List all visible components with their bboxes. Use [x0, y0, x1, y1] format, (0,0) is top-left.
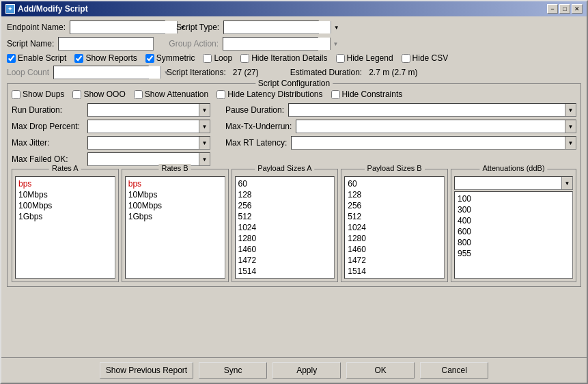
minimize-button[interactable]: − — [547, 4, 558, 14]
hide-constraints-checkbox[interactable] — [331, 90, 340, 99]
show-dups-checkbox[interactable] — [12, 90, 20, 99]
list-item[interactable]: 60 — [346, 178, 443, 189]
rates-a-listbox[interactable]: bps10Mbps100Mbps1Gbps — [15, 176, 115, 279]
list-item[interactable]: bps — [17, 178, 113, 189]
endpoint-combo[interactable]: scr-test-1-A — [70, 20, 165, 34]
max-tx-input[interactable]: 10% (10%) — [296, 120, 565, 133]
list-item[interactable]: 256 — [237, 200, 333, 211]
payload-a-listbox[interactable]: 6012825651210241280146014721514 — [235, 176, 335, 279]
rates-b-listbox[interactable]: bps10Mbps100Mbps1Gbps — [125, 176, 225, 279]
check-hide-iter[interactable]: Hide Iteration Details — [240, 53, 327, 63]
list-item[interactable]: 300 — [456, 204, 571, 215]
list-item[interactable]: 512 — [237, 211, 333, 222]
attn-listbox[interactable]: 100300400600800955 — [454, 191, 573, 279]
maximize-button[interactable]: □ — [559, 4, 570, 14]
list-item[interactable]: 100Mbps — [17, 200, 113, 211]
max-drop-dropdown-btn[interactable] — [199, 120, 210, 133]
payload-b-listbox[interactable]: 6012825651210241280146014721514 — [344, 176, 445, 279]
check-hide-legend[interactable]: Hide Legend — [336, 53, 393, 63]
list-item[interactable]: 1280 — [346, 233, 443, 244]
max-rt-dropdown-btn[interactable] — [565, 137, 576, 149]
check-hide-constraints[interactable]: Hide Constraints — [331, 90, 403, 99]
check-show-dups[interactable]: Show Dups — [12, 90, 64, 99]
hide-iter-checkbox[interactable] — [240, 54, 249, 63]
hide-legend-checkbox[interactable] — [336, 54, 345, 63]
show-reports-checkbox[interactable] — [74, 54, 83, 63]
list-item[interactable]: 100 — [456, 193, 571, 204]
list-item[interactable]: 1280 — [237, 233, 333, 244]
max-drop-input[interactable]: 5% (5%) — [88, 120, 199, 133]
check-hide-csv[interactable]: Hide CSV — [402, 53, 449, 63]
check-hide-latency[interactable]: Hide Latency Distributions — [216, 90, 322, 99]
list-item[interactable]: 600 — [456, 226, 571, 237]
list-item[interactable]: 1460 — [346, 244, 443, 255]
run-duration-dropdown-btn[interactable] — [199, 104, 210, 116]
check-symmetric[interactable]: Symmetric — [145, 53, 195, 63]
show-prev-report-button[interactable]: Show Previous Report — [100, 362, 193, 379]
pause-duration-input[interactable]: 1 s (1 s) — [289, 104, 565, 116]
max-tx-dropdown-btn[interactable] — [565, 120, 576, 133]
ok-button[interactable]: OK — [346, 362, 415, 379]
list-item[interactable]: 1024 — [237, 222, 333, 233]
list-item[interactable]: 10Mbps — [127, 189, 223, 200]
max-drop-combo[interactable]: 5% (5%) — [87, 120, 210, 133]
max-jitter-combo[interactable]: high (100 ms) — [87, 136, 210, 150]
list-item[interactable]: 10Mbps — [17, 189, 113, 200]
show-attn-checkbox[interactable] — [134, 90, 143, 99]
list-item[interactable]: 1514 — [237, 266, 333, 277]
list-item[interactable]: 1472 — [237, 255, 333, 266]
hide-latency-checkbox[interactable] — [216, 90, 225, 99]
hide-csv-checkbox[interactable] — [402, 54, 410, 63]
attn-none-dropdown-btn[interactable] — [561, 177, 572, 189]
list-item[interactable]: 800 — [456, 237, 571, 248]
close-button[interactable]: ✕ — [572, 4, 583, 14]
list-item[interactable]: bps — [127, 178, 223, 189]
list-item[interactable]: 1472 — [346, 255, 443, 266]
max-failed-combo[interactable]: 0 — [87, 152, 210, 166]
list-item[interactable]: 1Gbps — [127, 211, 223, 222]
show-ooo-checkbox[interactable] — [72, 90, 81, 99]
list-item[interactable]: 400 — [456, 215, 571, 226]
pause-duration-combo[interactable]: 1 s (1 s) — [288, 103, 576, 117]
sync-button[interactable]: Sync — [199, 362, 267, 379]
enable-script-checkbox[interactable] — [7, 54, 16, 63]
apply-button[interactable]: Apply — [272, 362, 341, 379]
max-failed-dropdown-btn[interactable] — [199, 153, 210, 165]
list-item[interactable]: 1024 — [346, 222, 443, 233]
script-name-input[interactable]: my-script — [58, 37, 154, 51]
list-item[interactable]: 60 — [237, 178, 333, 189]
list-item[interactable]: 256 — [346, 200, 443, 211]
attn-none-combo[interactable]: NONE — [454, 176, 573, 190]
max-jitter-dropdown-btn[interactable] — [199, 137, 210, 149]
loop-checkbox[interactable] — [203, 54, 212, 63]
list-item[interactable]: 1514 — [346, 266, 443, 277]
max-rt-input[interactable]: 500ms (500 ms) — [292, 137, 565, 149]
run-duration-input[interactable]: 5 s (5 s) — [88, 104, 199, 116]
list-item[interactable]: 512 — [346, 211, 443, 222]
list-item[interactable]: 1460 — [237, 244, 333, 255]
max-tx-combo[interactable]: 10% (10%) — [296, 120, 576, 133]
list-item[interactable]: 128 — [237, 189, 333, 200]
symmetric-checkbox[interactable] — [145, 54, 154, 63]
est-duration-label: Estimated Duration: — [290, 68, 362, 77]
list-item[interactable]: 100Mbps — [127, 200, 223, 211]
list-item[interactable]: 128 — [346, 189, 443, 200]
max-rt-combo[interactable]: 500ms (500 ms) — [291, 136, 576, 150]
script-type-combo[interactable]: RFC-2544 — [223, 20, 319, 34]
cancel-button[interactable]: Cancel — [420, 362, 488, 379]
max-jitter-input[interactable]: high (100 ms) — [88, 137, 199, 149]
script-type-input[interactable]: RFC-2544 — [224, 21, 331, 33]
check-loop[interactable]: Loop — [203, 53, 232, 63]
list-item[interactable]: 1Gbps — [17, 211, 113, 222]
check-show-attn[interactable]: Show Attenuation — [134, 90, 208, 99]
attn-none-input[interactable]: NONE — [455, 177, 561, 189]
check-show-ooo[interactable]: Show OOO — [72, 90, 125, 99]
script-type-dropdown-btn[interactable] — [331, 21, 341, 33]
check-enable-script[interactable]: Enable Script — [7, 53, 66, 63]
run-duration-combo[interactable]: 5 s (5 s) — [87, 103, 210, 117]
check-show-reports[interactable]: Show Reports — [74, 53, 137, 63]
list-item[interactable]: 955 — [456, 248, 571, 259]
pause-duration-dropdown-btn[interactable] — [565, 104, 576, 116]
endpoint-input[interactable]: scr-test-1-A — [70, 21, 177, 33]
loop-label: Loop — [214, 53, 232, 63]
